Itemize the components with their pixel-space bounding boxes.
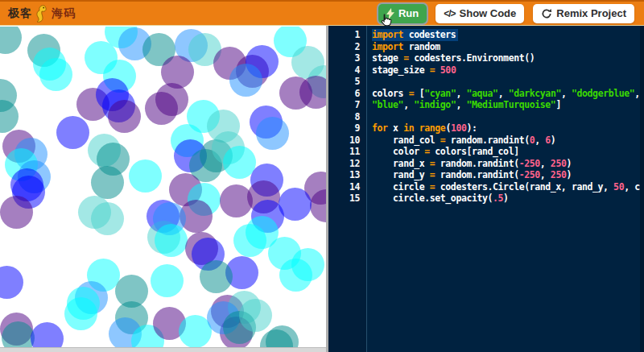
- circle: [256, 117, 289, 150]
- line-number: 1: [328, 29, 367, 41]
- circle: [64, 297, 97, 330]
- line-number: 4: [328, 64, 367, 77]
- show-code-label: Show Code: [460, 7, 517, 19]
- code-icon: </>: [444, 8, 455, 19]
- circle: [291, 248, 324, 281]
- code-line[interactable]: 3stage = codesters.Environment(): [328, 52, 644, 64]
- circle: [151, 264, 184, 297]
- line-number: 13: [328, 169, 367, 181]
- code-line[interactable]: 15 circle.set_opacity(.5): [328, 193, 644, 205]
- code-line[interactable]: 2import random: [328, 41, 644, 53]
- line-number: 15: [328, 193, 367, 205]
- circle: [31, 322, 64, 348]
- remix-project-button[interactable]: Remix Project: [533, 4, 634, 23]
- app-header: 极客 海码 Run <: [0, 0, 644, 26]
- circle: [91, 202, 124, 235]
- lightning-icon: [386, 8, 394, 19]
- code-editor[interactable]: 1import codesters2import random3stage = …: [328, 26, 644, 352]
- circle: [239, 299, 272, 332]
- line-number: 9: [328, 122, 367, 135]
- run-button[interactable]: Run: [378, 4, 427, 23]
- header-button-group: Run </> Show Code Remix Proje: [378, 4, 634, 23]
- line-number: 14: [328, 181, 367, 193]
- code-line[interactable]: 5: [328, 76, 644, 88]
- stage-footer-bar: [0, 347, 326, 352]
- circle: [155, 224, 188, 257]
- circle: [229, 64, 262, 97]
- line-number: 6: [328, 88, 367, 100]
- line-number: 12: [328, 158, 367, 170]
- line-number: 10: [328, 135, 367, 147]
- code-line[interactable]: 9for x in range(100):: [328, 122, 644, 135]
- circle: [200, 260, 233, 293]
- code-line[interactable]: 8: [328, 111, 644, 123]
- circle: [108, 100, 141, 133]
- logo-text-right: 海码: [52, 6, 76, 21]
- show-code-button[interactable]: </> Show Code: [436, 4, 524, 23]
- circle: [39, 58, 72, 91]
- code-line[interactable]: 11 color = colors[rand_col]: [328, 146, 644, 158]
- circle: [0, 100, 19, 133]
- code-line[interactable]: 13 rand_y = random.randint(-250, 250): [328, 169, 644, 181]
- run-button-label: Run: [398, 7, 419, 19]
- line-number: 5: [328, 76, 367, 88]
- seahorse-icon: [34, 4, 50, 23]
- circle: [145, 92, 178, 125]
- editor-lines: 1import codesters2import random3stage = …: [328, 29, 644, 205]
- circle: [299, 76, 327, 109]
- circle: [129, 159, 162, 193]
- code-line[interactable]: 4stage_size = 500: [328, 64, 644, 77]
- line-number: 8: [328, 111, 367, 123]
- circle: [279, 188, 312, 221]
- refresh-icon: [541, 8, 552, 19]
- line-number: 2: [328, 41, 367, 53]
- code-line[interactable]: 10 rand_col = random.randint(0, 6): [328, 135, 644, 147]
- stage-canvas: [0, 27, 326, 347]
- logo-text-left: 极客: [8, 6, 32, 21]
- circle: [0, 27, 22, 54]
- code-line[interactable]: 1import codesters: [328, 29, 644, 41]
- circle: [56, 116, 89, 149]
- circle: [91, 166, 124, 199]
- circle: [0, 196, 33, 229]
- line-number: 3: [328, 52, 367, 64]
- code-line[interactable]: 7"blue", "indigo", "MediumTurquoise"]: [328, 99, 644, 111]
- code-line[interactable]: 14 circle = codesters.Circle(rand_x, ran…: [328, 181, 644, 193]
- codesters-app-window: 极客 海码 Run <: [0, 0, 644, 352]
- remix-project-label: Remix Project: [556, 7, 626, 19]
- code-line[interactable]: 12 rand_x = random.randint(-250, 250): [328, 158, 644, 170]
- logo[interactable]: 极客 海码: [8, 4, 76, 23]
- code-line[interactable]: 6colors = ["cyan", "aqua", "darkcyan", "…: [328, 88, 644, 100]
- editor-scrollbar-track[interactable]: [640, 26, 644, 352]
- line-number: 7: [328, 99, 367, 111]
- circle: [0, 266, 23, 299]
- line-number: 11: [328, 146, 367, 158]
